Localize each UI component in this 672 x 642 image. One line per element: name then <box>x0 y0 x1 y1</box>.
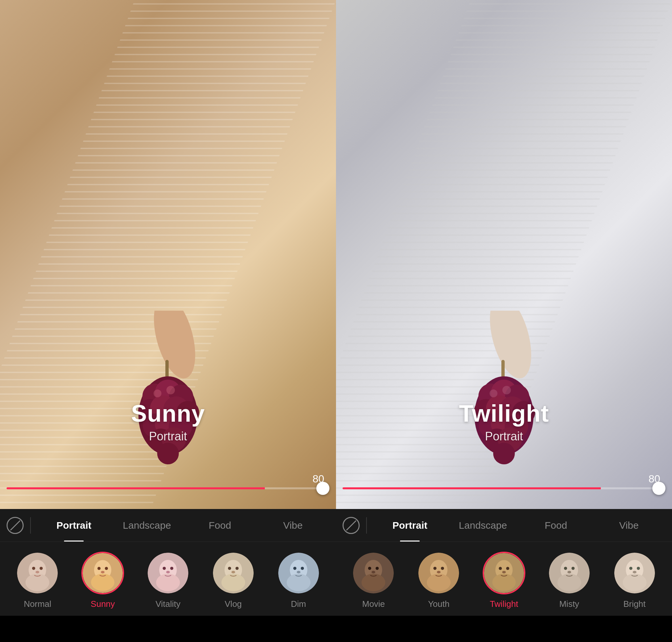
right-tab-bar: Portrait Landscape Food Vibe <box>336 509 672 542</box>
right-tab-vibe-label: Vibe <box>619 520 639 531</box>
svg-point-70 <box>376 567 379 570</box>
right-preset-bright-avatar <box>613 552 656 594</box>
svg-point-87 <box>564 567 567 570</box>
left-preset-vitality[interactable]: Vitality <box>137 552 199 609</box>
right-tab-portrait-label: Portrait <box>393 520 427 531</box>
svg-point-94 <box>636 567 640 570</box>
left-preset-sunny-label: Sunny <box>91 599 115 609</box>
svg-point-33 <box>163 567 166 570</box>
right-tab-vibe[interactable]: Vibe <box>593 509 666 541</box>
right-preset-movie-label: Movie <box>362 599 385 609</box>
right-preset-twilight-label: Twilight <box>490 599 518 609</box>
svg-point-48 <box>482 311 539 383</box>
right-preset-movie[interactable]: Movie <box>343 552 405 609</box>
grapes-illustration-right <box>458 311 550 475</box>
left-tab-divider <box>30 517 31 534</box>
left-tab-vibe[interactable]: Vibe <box>256 509 330 541</box>
right-bottom-bar <box>336 616 672 642</box>
svg-point-76 <box>441 567 444 570</box>
svg-point-95 <box>633 571 636 573</box>
left-tab-portrait[interactable]: Portrait <box>37 509 110 541</box>
left-tab-landscape-label: Landscape <box>123 520 171 531</box>
right-tab-portrait-underline <box>400 540 420 541</box>
left-presets-row: Normal Sunny <box>0 542 336 616</box>
svg-point-82 <box>506 567 509 570</box>
right-preset-youth[interactable]: Youth <box>408 552 470 609</box>
left-no-filter-button[interactable] <box>6 517 24 534</box>
right-tab-landscape[interactable]: Landscape <box>447 509 520 541</box>
svg-point-75 <box>433 567 437 570</box>
svg-point-40 <box>235 567 239 570</box>
svg-point-69 <box>368 567 371 570</box>
left-tab-food[interactable]: Food <box>183 509 256 541</box>
svg-point-83 <box>502 571 506 573</box>
svg-point-71 <box>372 571 375 573</box>
svg-point-21 <box>32 567 36 570</box>
left-preset-normal[interactable]: Normal <box>6 552 69 609</box>
left-bottom-bar <box>0 616 336 642</box>
svg-point-23 <box>36 571 39 573</box>
left-preset-vitality-avatar <box>147 552 189 594</box>
left-tab-portrait-underline <box>64 540 84 541</box>
right-tab-food[interactable]: Food <box>519 509 593 541</box>
svg-point-63 <box>493 443 515 464</box>
right-tab-portrait[interactable]: Portrait <box>373 509 447 541</box>
svg-point-0 <box>146 311 203 383</box>
svg-point-64 <box>490 389 498 397</box>
svg-point-47 <box>297 571 300 573</box>
svg-point-45 <box>293 567 296 570</box>
svg-point-88 <box>571 567 575 570</box>
svg-point-77 <box>437 571 440 573</box>
svg-rect-49 <box>501 360 505 378</box>
left-preset-vlog[interactable]: Vlog <box>202 552 264 609</box>
left-tab-bar: Portrait Landscape Food Vibe <box>0 509 336 542</box>
svg-point-28 <box>105 567 108 570</box>
left-preset-normal-avatar <box>16 552 59 594</box>
svg-rect-1 <box>166 360 169 378</box>
left-preset-dim-label: Dim <box>291 599 306 609</box>
right-preset-twilight[interactable]: Twilight <box>473 552 535 609</box>
left-preset-vlog-avatar <box>212 552 255 594</box>
svg-point-39 <box>228 567 231 570</box>
svg-point-29 <box>101 571 105 573</box>
left-preset-dim[interactable]: Dim <box>267 552 329 609</box>
right-preset-youth-avatar <box>417 552 460 594</box>
right-no-filter-button[interactable] <box>343 517 360 534</box>
right-filter-name: Twilight <box>336 400 672 427</box>
right-preset-misty[interactable]: Misty <box>538 552 600 609</box>
svg-point-22 <box>40 567 43 570</box>
right-preset-misty-label: Misty <box>559 599 579 609</box>
left-filter-category: Portrait <box>0 429 336 443</box>
left-tab-vibe-label: Vibe <box>283 520 303 531</box>
svg-point-35 <box>166 571 170 573</box>
left-filter-name: Sunny <box>0 400 336 427</box>
left-preset-dim-avatar <box>277 552 320 594</box>
right-preset-movie-avatar <box>352 552 395 594</box>
left-preset-vlog-label: Vlog <box>225 599 242 609</box>
right-tab-divider <box>366 517 367 534</box>
left-slider-track[interactable] <box>6 487 329 489</box>
no-filter-icon <box>10 520 20 531</box>
left-slider-area[interactable]: 80 <box>0 487 336 489</box>
left-panel: Sunny Portrait 80 Portrait Landscape <box>0 0 336 642</box>
right-slider-thumb[interactable] <box>652 482 666 495</box>
left-overlay-text: Sunny Portrait <box>0 400 336 443</box>
right-preset-twilight-avatar <box>483 552 525 594</box>
right-preset-bright[interactable]: Bright <box>603 552 666 609</box>
svg-point-46 <box>301 567 304 570</box>
left-tab-landscape[interactable]: Landscape <box>110 509 184 541</box>
left-image-area: Sunny Portrait 80 <box>0 0 336 509</box>
svg-point-34 <box>170 567 174 570</box>
left-preset-sunny[interactable]: Sunny <box>72 552 134 609</box>
svg-point-93 <box>629 567 632 570</box>
svg-point-15 <box>157 443 179 464</box>
left-preset-vitality-label: Vitality <box>156 599 181 609</box>
no-filter-icon-right <box>346 520 356 531</box>
right-slider-track[interactable] <box>343 487 666 489</box>
right-slider-area[interactable]: 80 <box>336 487 672 489</box>
right-tab-food-label: Food <box>545 520 567 531</box>
left-slider-thumb[interactable] <box>316 482 329 495</box>
svg-point-16 <box>154 389 161 397</box>
svg-point-89 <box>567 571 571 573</box>
right-preset-youth-label: Youth <box>428 599 449 609</box>
